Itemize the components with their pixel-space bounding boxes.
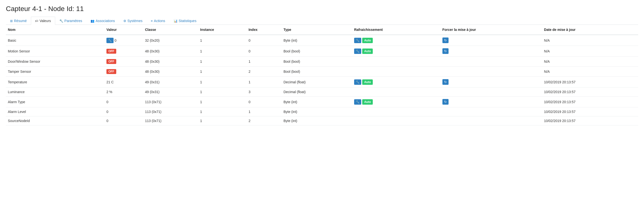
cell-index: 0 <box>246 35 282 46</box>
force-refresh-button[interactable]: ↻ <box>442 48 448 54</box>
wrench-button[interactable]: 🔧 <box>106 38 114 43</box>
cell-classe: 48 (0x30) <box>143 57 198 67</box>
cell-classe: 113 (0x71) <box>143 97 198 107</box>
off-badge: OFF <box>106 49 116 54</box>
cell-valeur: 21 C <box>104 77 143 87</box>
cell-forcer <box>440 107 542 116</box>
off-badge: OFF <box>106 59 116 64</box>
tab-actions[interactable]: ≡ Actions <box>147 17 170 25</box>
cell-date: N/A <box>542 46 638 57</box>
cell-classe: 49 (0x31) <box>143 87 198 97</box>
rafraichissement-wrench-button[interactable]: 🔧 <box>354 79 361 85</box>
auto-button[interactable]: Auto <box>362 79 373 85</box>
cell-valeur: OFF <box>104 46 143 57</box>
cell-nom: Motion Sensor <box>6 46 104 57</box>
col-type: Type <box>282 25 352 35</box>
cell-index: 0 <box>246 97 282 107</box>
cell-classe: 113 (0x71) <box>143 116 198 125</box>
cell-instance: 1 <box>198 35 246 46</box>
cell-type: Bool (bool) <box>282 67 352 77</box>
cell-valeur-text: 0 <box>114 38 116 42</box>
table-row: Door/Window SensorOFF48 (0x30)11Bool (bo… <box>6 57 638 67</box>
cell-instance: 1 <box>198 97 246 107</box>
auto-button[interactable]: Auto <box>362 99 373 105</box>
cell-rafraichissement: 🔧Auto <box>352 46 440 57</box>
cell-rafraichissement <box>352 67 440 77</box>
table-row: Motion SensorOFF48 (0x30)10Bool (bool)🔧A… <box>6 46 638 57</box>
associations-icon: 👥 <box>90 19 94 23</box>
off-badge: OFF <box>106 69 116 74</box>
cell-nom: Basic <box>6 35 104 46</box>
cell-nom: Alarm Type <box>6 97 104 107</box>
cell-type: Bool (bool) <box>282 46 352 57</box>
cell-nom: Tamper Sensor <box>6 67 104 77</box>
tab-parametres[interactable]: 🔧 Paramètres <box>55 17 86 25</box>
cell-index: 1 <box>246 107 282 116</box>
force-refresh-button[interactable]: ↻ <box>442 79 448 85</box>
cell-forcer: ↻ <box>440 97 542 107</box>
cell-valeur: OFF <box>104 67 143 77</box>
auto-button[interactable]: Auto <box>362 48 373 54</box>
col-index: Index <box>246 25 282 35</box>
rafraichissement-wrench-button[interactable]: 🔧 <box>354 99 361 105</box>
tab-statistiques[interactable]: 📊 Statistiques <box>170 17 200 25</box>
tab-actions-label: Actions <box>154 19 165 23</box>
cell-rafraichissement: 🔧Auto <box>352 77 440 87</box>
cell-type: Decimal (float) <box>282 87 352 97</box>
cell-type: Byte (int) <box>282 116 352 125</box>
cell-nom: Alarm Level <box>6 107 104 116</box>
table-row: SourceNodeId0113 (0x71)12Byte (int)10/02… <box>6 116 638 125</box>
cell-date: N/A <box>542 35 638 46</box>
table-row: Alarm Level0113 (0x71)11Byte (int)10/02/… <box>6 107 638 116</box>
cell-rafraichissement <box>352 87 440 97</box>
cell-index: 2 <box>246 67 282 77</box>
cell-valeur: 🔧0 <box>104 35 143 46</box>
cell-type: Byte (int) <box>282 35 352 46</box>
col-forcer: Forcer la mise à jour <box>440 25 542 35</box>
cell-forcer <box>440 116 542 125</box>
cell-classe: 48 (0x30) <box>143 46 198 57</box>
cell-date: 10/02/2019 20:13:57 <box>542 107 638 116</box>
col-valeur: Valeur <box>104 25 143 35</box>
cell-forcer: ↻ <box>440 46 542 57</box>
rafraichissement-wrench-button[interactable]: 🔧 <box>354 38 361 43</box>
cell-nom: Temperature <box>6 77 104 87</box>
tab-systemes-label: Systèmes <box>128 19 142 23</box>
cell-valeur: 0 <box>104 116 143 125</box>
cell-forcer <box>440 87 542 97</box>
table-row: Alarm Type0113 (0x71)10Byte (int)🔧Auto↻1… <box>6 97 638 107</box>
table-row: Basic🔧032 (0x20)10Byte (int)🔧Auto↻N/A <box>6 35 638 46</box>
col-date: Date de mise à jour <box>542 25 638 35</box>
cell-rafraichissement: 🔧Auto <box>352 97 440 107</box>
valeurs-icon: 🏷 <box>35 19 38 23</box>
cell-forcer: ↻ <box>440 35 542 46</box>
rafraichissement-wrench-button[interactable]: 🔧 <box>354 48 361 54</box>
parametres-icon: 🔧 <box>59 19 63 23</box>
force-refresh-button[interactable]: ↻ <box>442 37 448 43</box>
force-refresh-button[interactable]: ↻ <box>442 99 448 105</box>
table-row: Tamper SensorOFF48 (0x30)12Bool (bool)N/… <box>6 67 638 77</box>
tab-systemes[interactable]: ⚙ Systèmes <box>119 17 147 25</box>
tab-valeurs[interactable]: 🏷 Valeurs <box>31 17 55 25</box>
cell-date: N/A <box>542 57 638 67</box>
table-header-row: Nom Valeur Classe Instance Index Type Ra… <box>6 25 638 35</box>
cell-index: 2 <box>246 116 282 125</box>
tab-resume[interactable]: ⊞ Résumé <box>6 17 31 25</box>
cell-index: 0 <box>246 46 282 57</box>
auto-button[interactable]: Auto <box>362 38 373 43</box>
cell-classe: 48 (0x30) <box>143 67 198 77</box>
systemes-icon: ⚙ <box>123 19 126 23</box>
page-title: Capteur 4-1 - Node Id: 11 <box>6 5 638 13</box>
cell-classe: 113 (0x71) <box>143 107 198 116</box>
cell-date: 10/02/2019 20:13:57 <box>542 116 638 125</box>
tab-resume-label: Résumé <box>14 19 27 23</box>
cell-index: 3 <box>246 87 282 97</box>
cell-instance: 1 <box>198 67 246 77</box>
cell-rafraichissement <box>352 107 440 116</box>
cell-classe: 49 (0x31) <box>143 77 198 87</box>
col-classe: Classe <box>143 25 198 35</box>
cell-type: Byte (int) <box>282 97 352 107</box>
statistiques-icon: 📊 <box>174 19 178 23</box>
tab-associations[interactable]: 👥 Associations <box>86 17 119 25</box>
tab-parametres-label: Paramètres <box>64 19 82 23</box>
